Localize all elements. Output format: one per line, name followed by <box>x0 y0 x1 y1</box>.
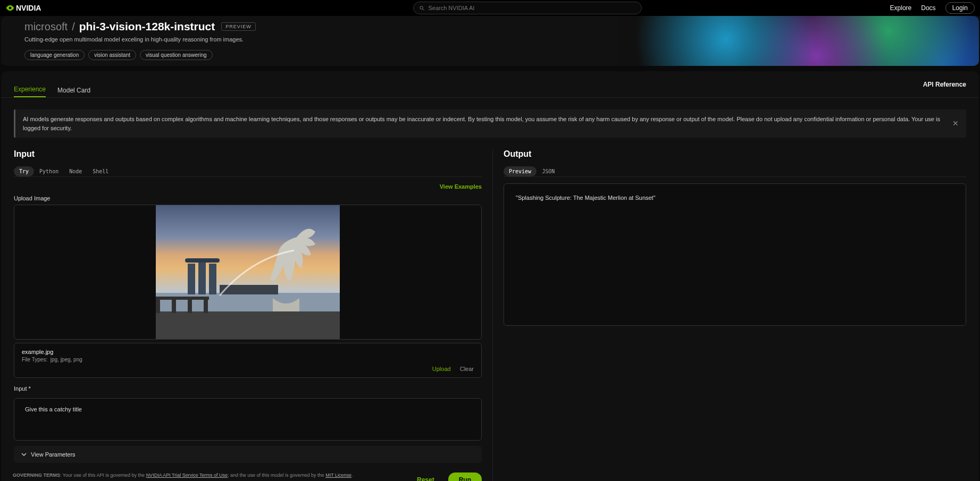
alert-close-button[interactable]: ✕ <box>942 118 959 129</box>
output-text: "Splashing Sculpture: The Majestic Merli… <box>504 183 966 326</box>
clear-button[interactable]: Clear <box>460 366 474 372</box>
code-tab-shell[interactable]: Shell <box>87 166 114 176</box>
chevron-down-icon <box>21 452 27 457</box>
search-icon <box>419 5 425 11</box>
svg-rect-10 <box>156 311 340 339</box>
image-preview[interactable] <box>14 205 482 340</box>
input-title: Input <box>14 149 482 159</box>
file-types: File Types: jpg, jpeg, png <box>22 357 474 362</box>
svg-rect-14 <box>188 300 192 313</box>
view-examples-link[interactable]: View Examples <box>14 183 482 190</box>
search-bar[interactable] <box>413 2 642 14</box>
svg-rect-8 <box>185 258 220 263</box>
preview-badge: PREVIEW <box>221 22 256 31</box>
uploaded-file-name: example.jpg <box>22 349 474 355</box>
upload-image-label: Upload Image <box>14 195 482 201</box>
logo-text: NVIDIA <box>16 4 41 12</box>
prompt-input[interactable]: Give this a catchy title <box>14 398 482 441</box>
run-button[interactable]: Run <box>448 472 482 481</box>
svg-point-1 <box>420 6 423 9</box>
disclaimer-alert: AI models generate responses and outputs… <box>14 109 966 138</box>
output-panel: Output Preview JSON "Splashing Sculpture… <box>492 149 966 481</box>
code-tab-try[interactable]: Try <box>14 166 34 176</box>
main-panel: Experience Model Card API Reference AI m… <box>1 71 979 481</box>
model-name: phi-3-vision-128k-instruct <box>79 20 215 33</box>
tab-model-card[interactable]: Model Card <box>57 87 90 97</box>
uploaded-image <box>156 205 340 339</box>
code-tabs: Try Python Node Shell <box>14 166 482 177</box>
svg-rect-5 <box>188 264 195 294</box>
top-bar: NVIDIA Explore Docs Login <box>0 0 980 16</box>
api-reference-link[interactable]: API Reference <box>923 81 966 88</box>
nav-explore[interactable]: Explore <box>890 4 912 12</box>
svg-rect-3 <box>156 205 340 296</box>
svg-rect-11 <box>156 297 209 300</box>
nvidia-eye-icon <box>5 3 15 13</box>
svg-point-0 <box>9 7 12 10</box>
governing-terms: GOVERNING TERMS: Your use of this API is… <box>13 472 353 478</box>
tag-item[interactable]: vision assistant <box>88 50 136 60</box>
svg-line-2 <box>423 9 424 10</box>
breadcrumb-sep: / <box>72 21 75 33</box>
model-org[interactable]: microsoft <box>24 21 68 33</box>
reset-button[interactable]: Reset <box>412 473 440 481</box>
tag-item[interactable]: language generation <box>24 50 85 60</box>
code-tab-node[interactable]: Node <box>64 166 87 176</box>
model-header: microsoft / phi-3-vision-128k-instruct P… <box>1 16 979 66</box>
alert-text: AI models generate responses and outputs… <box>23 115 942 132</box>
upload-button[interactable]: Upload <box>432 366 451 372</box>
input-text-label: Input <box>14 385 482 392</box>
license-link[interactable]: MIT License <box>325 472 351 478</box>
view-parameters-toggle[interactable]: View Parameters <box>14 446 482 463</box>
input-panel: Input Try Python Node Shell View Example… <box>14 149 492 481</box>
output-tabs: Preview JSON <box>504 166 966 177</box>
breadcrumb: microsoft / phi-3-vision-128k-instruct P… <box>24 20 956 33</box>
search-wrap <box>413 2 642 14</box>
login-button[interactable]: Login <box>945 2 975 14</box>
model-subtitle: Cutting-edge open multimodal model excel… <box>24 36 956 43</box>
nav-docs[interactable]: Docs <box>921 4 935 12</box>
file-info-box: example.jpg File Types: jpg, jpeg, png U… <box>14 343 482 378</box>
topbar-right: Explore Docs Login <box>890 2 975 14</box>
svg-rect-7 <box>209 264 216 294</box>
svg-rect-12 <box>156 300 160 313</box>
output-title: Output <box>504 149 966 159</box>
model-tags: language generation vision assistant vis… <box>24 50 956 60</box>
output-tab-json[interactable]: JSON <box>537 166 560 176</box>
output-tab-preview[interactable]: Preview <box>504 166 537 176</box>
tab-experience[interactable]: Experience <box>14 86 46 97</box>
main-tabs: Experience Model Card API Reference <box>1 71 979 98</box>
svg-rect-6 <box>198 263 206 294</box>
tag-item[interactable]: visual question answering <box>140 50 213 60</box>
view-parameters-label: View Parameters <box>31 451 76 458</box>
svg-rect-13 <box>172 300 176 313</box>
nvidia-logo[interactable]: NVIDIA <box>5 3 41 13</box>
svg-rect-15 <box>204 300 208 313</box>
search-input[interactable] <box>428 5 636 11</box>
terms-link[interactable]: NVIDIA API Trial Service Terms of Use <box>146 472 228 478</box>
code-tab-python[interactable]: Python <box>34 166 64 176</box>
